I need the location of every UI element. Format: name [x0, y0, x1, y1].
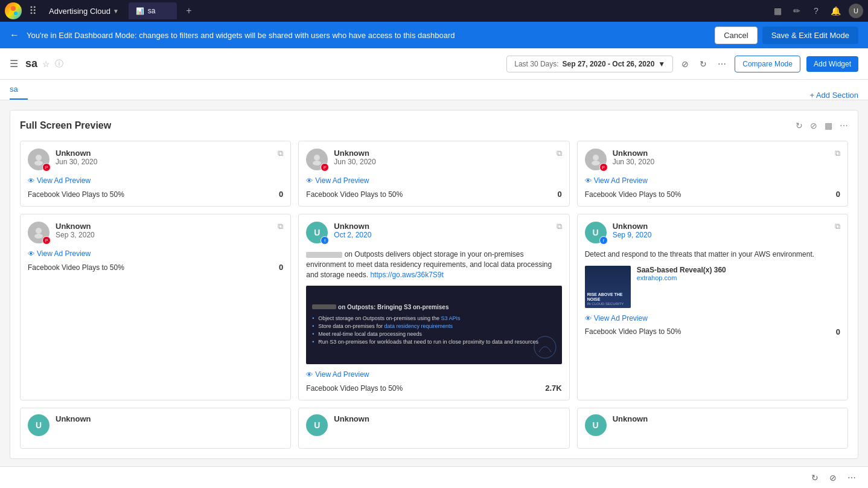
chart-widget-icon[interactable]: ▦ — [825, 121, 832, 130]
copy-icon-3[interactable]: ⧉ — [835, 149, 840, 158]
edit-icon[interactable]: ✏ — [791, 5, 803, 17]
copy-icon-1[interactable]: ⧉ — [278, 149, 283, 158]
bottom-card-1: U Unknown — [20, 408, 291, 449]
view-ad-label-1: View Ad Preview — [37, 176, 91, 185]
bottom-user-info-2: Unknown — [334, 414, 561, 423]
card-username-3: Unknown — [613, 149, 829, 158]
content-area: Full Screen Preview ↻ ⊘ ▦ ⋯ P — [0, 100, 868, 480]
bottom-user-info-3: Unknown — [613, 414, 840, 423]
aws-graphic — [533, 335, 557, 359]
hamburger-icon[interactable]: ☰ — [10, 58, 18, 69]
view-ad-link-2[interactable]: 👁 View Ad Preview — [306, 176, 561, 185]
date-range-button[interactable]: Last 30 Days: Sep 27, 2020 - Oct 26, 202… — [506, 56, 673, 72]
card-username-2: Unknown — [334, 149, 550, 158]
compare-mode-button[interactable]: Compare Mode — [735, 56, 800, 72]
bottom-avatar-wrap-2: U — [306, 414, 328, 436]
user-avatar[interactable]: U — [849, 4, 863, 18]
cancel-button[interactable]: Cancel — [715, 27, 757, 44]
add-section-button[interactable]: + Add Section — [809, 91, 858, 100]
metric-label-1: Facebook Video Plays to 50% — [28, 190, 124, 199]
avatar-wrap-2: P — [306, 149, 328, 170]
extrahop-domain[interactable]: extrahop.com — [637, 274, 726, 281]
view-ad-link-3[interactable]: 👁 View Ad Preview — [585, 176, 840, 185]
widget-section: Full Screen Preview ↻ ⊘ ▦ ⋯ P — [10, 110, 858, 459]
avatar-wrap-3: P — [585, 149, 607, 170]
svg-point-10 — [34, 234, 43, 239]
bottom-card-header-1: U Unknown — [28, 414, 283, 436]
metric-value-5: 2.7K — [545, 384, 561, 393]
bottom-more-icon[interactable]: ⋯ — [845, 470, 858, 480]
extrahop-headline: SaaS-based Reveal(x) 360 — [637, 266, 726, 274]
metric-value-6: 0 — [836, 327, 840, 336]
refresh-widget-icon[interactable]: ↻ — [796, 121, 803, 130]
metric-label-6: Facebook Video Plays to 50% — [585, 327, 681, 336]
extrahop-thumb-main-text: RISE ABOVE THE NOISE — [587, 292, 628, 301]
date-range-value: Sep 27, 2020 - Oct 26, 2020 — [563, 60, 655, 68]
product-switcher[interactable]: Advertising Cloud ▼ — [44, 4, 124, 18]
tab-sa[interactable]: sa — [10, 80, 28, 100]
svg-point-7 — [593, 155, 599, 161]
add-tab-button[interactable]: + — [182, 4, 196, 18]
refresh-icon[interactable]: ↻ — [697, 57, 709, 71]
svg-point-6 — [313, 161, 321, 165]
tab-nav-right: + Add Section — [809, 91, 858, 100]
card-metric-3: Facebook Video Plays to 50% 0 — [585, 190, 840, 199]
extrahop-thumbnail: RISE ABOVE THE NOISE IN CLOUD SECURITY — [585, 266, 631, 308]
metric-label-5: Facebook Video Plays to 50% — [306, 384, 403, 393]
view-ad-link-1[interactable]: 👁 View Ad Preview — [28, 176, 283, 185]
save-exit-button[interactable]: Save & Exit Edit Mode — [762, 27, 858, 44]
avatar-wrap-6: U f — [585, 222, 607, 243]
view-ad-label-3: View Ad Preview — [594, 176, 648, 185]
star-icon[interactable]: ☆ — [42, 59, 50, 69]
copy-icon-4[interactable]: ⧉ — [278, 222, 283, 231]
bullet-2: Store data on-premises for data residenc… — [312, 323, 555, 329]
card-metric-2: Facebook Video Plays to 50% 0 — [306, 190, 561, 199]
bell-icon[interactable]: 🔔 — [829, 5, 841, 17]
filter-widget-icon[interactable]: ⊘ — [810, 121, 817, 130]
app-logo[interactable] — [5, 2, 22, 19]
product-name: Advertising Cloud — [49, 7, 110, 16]
eye-icon-3: 👁 — [585, 177, 592, 184]
svg-point-4 — [34, 161, 43, 165]
bottom-filter-icon[interactable]: ⊘ — [827, 470, 839, 480]
copy-icon-5[interactable]: ⧉ — [557, 222, 562, 231]
extrahop-thumb-sub-text: IN CLOUD SECURITY — [587, 302, 628, 306]
info-icon[interactable]: ⓘ — [55, 59, 63, 69]
post-link-5[interactable]: https://go.aws/36k7S9t — [370, 271, 443, 279]
view-ad-label-6: View Ad Preview — [594, 314, 648, 323]
metric-value-2: 0 — [557, 190, 561, 199]
edit-mode-bar: ← You're in Edit Dashboard Mode: changes… — [0, 22, 868, 48]
filter-icon[interactable]: ⊘ — [679, 57, 691, 71]
more-options-icon[interactable]: ⋯ — [715, 57, 729, 71]
copy-icon-6[interactable]: ⧉ — [835, 222, 840, 231]
view-ad-link-6[interactable]: 👁 View Ad Preview — [585, 314, 840, 323]
card-post-text-6: Detect and respond to the threats that m… — [585, 249, 840, 260]
bottom-username-3: Unknown — [613, 414, 840, 423]
card-header-2: P Unknown Jun 30, 2020 ⧉ — [306, 149, 561, 170]
image-title-5: on Outposts: Bringing S3 on-premises — [312, 304, 555, 310]
svg-point-0 — [11, 6, 16, 11]
more-widget-icon[interactable]: ⋯ — [840, 121, 848, 130]
card-date-6: Sep 9, 2020 — [613, 231, 829, 239]
help-icon[interactable]: ? — [810, 5, 822, 17]
card-header-5: U f Unknown Oct 2, 2020 ⧉ — [306, 222, 561, 243]
card-metric-4: Facebook Video Plays to 50% 0 — [28, 263, 283, 272]
widget-header: Full Screen Preview ↻ ⊘ ▦ ⋯ — [20, 120, 848, 131]
card-header-1: P Unknown Jun 30, 2020 ⧉ — [28, 149, 283, 170]
back-arrow-icon[interactable]: ← — [10, 30, 19, 40]
dashboard-tab[interactable]: 📊 sa — [129, 2, 177, 19]
copy-icon-2[interactable]: ⧉ — [557, 149, 562, 158]
cards-row-1: P Unknown Jun 30, 2020 ⧉ 👁 View Ad Previ… — [20, 141, 848, 207]
card-post-text-5: on Outposts delivers object storage in y… — [306, 249, 561, 280]
ad-card-3: P Unknown Jun 30, 2020 ⧉ 👁 View Ad Previ… — [577, 141, 848, 207]
view-ad-link-5[interactable]: 👁 View Ad Preview — [306, 370, 561, 379]
bottom-refresh-icon[interactable]: ↻ — [809, 470, 821, 480]
bottom-avatar-3: U — [585, 414, 607, 436]
apps-grid-icon[interactable]: ⠿ — [27, 3, 39, 19]
view-ad-link-4[interactable]: 👁 View Ad Preview — [28, 249, 283, 258]
calendar-icon[interactable]: ▦ — [771, 5, 783, 17]
pinterest-badge-3: P — [599, 163, 608, 172]
cards-row-3: U Unknown U Unknown — [20, 408, 848, 449]
add-widget-button[interactable]: Add Widget — [806, 56, 858, 72]
bottom-bar: ↻ ⊘ ⋯ — [0, 466, 868, 480]
